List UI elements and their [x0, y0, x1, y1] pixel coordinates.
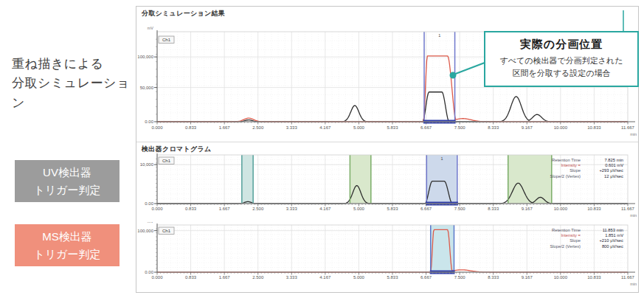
x-tick-label: 5.000 — [353, 275, 365, 280]
x-tick-label: 0.833 — [185, 275, 197, 280]
section-divider — [136, 142, 638, 142]
readout-label: Slope — [569, 168, 581, 173]
readout-value: +293 μV/sec — [599, 168, 623, 173]
uv-detector-label-line1: UV検出器 — [15, 164, 120, 181]
x-tick-label: 6.667 — [420, 125, 432, 130]
x-tick-label: 5.000 — [353, 125, 365, 130]
x-tick-label: 8.333 — [488, 125, 499, 130]
y-tick-label: 0.00 — [145, 270, 153, 274]
readout-label: Intensity = — [561, 163, 581, 167]
y-axis-unit: mV — [148, 222, 154, 224]
callout-title: 実際の分画位置 — [485, 38, 637, 52]
x-tick-label: 2.500 — [252, 207, 264, 211]
ms-detector-label-line1: MS検出器 — [15, 228, 120, 245]
legend-label: Ch1 — [162, 38, 171, 42]
x-tick-label: 11.667 — [621, 125, 635, 130]
x-tick-label: 1.667 — [219, 275, 231, 280]
x-tick-label: 10.000 — [554, 125, 568, 130]
figure-root: 重ね描きによる 分取シミュレーション UV検出器 トリガー判定 MS検出器 トリ… — [0, 0, 644, 298]
figure-caption-line1: 重ね描きによる — [12, 55, 137, 74]
fraction-region — [426, 155, 457, 204]
x-tick-label: 10.000 — [554, 275, 568, 280]
fraction-region — [350, 155, 370, 204]
x-tick-label: 7.500 — [454, 125, 466, 130]
callout-body-line2: 区間を分取する設定の場合 — [512, 69, 610, 77]
x-axis-unit: min — [630, 132, 637, 136]
x-tick-label: 8.333 — [488, 207, 499, 211]
y-tick-label: 100,000 — [137, 229, 153, 233]
callout-body: すべての検出器で分画判定された 区間を分取する設定の場合 — [485, 55, 637, 79]
legend-label: Ch1 — [162, 159, 171, 163]
y-axis-unit: mV — [148, 153, 154, 153]
figure-caption: 重ね描きによる 分取シミュレーション — [12, 55, 137, 113]
uv-detector-label-line2: トリガー判定 — [15, 181, 120, 198]
ms-detector-label-line2: トリガー判定 — [15, 246, 120, 263]
ms-detector-label: MS検出器 トリガー判定 — [15, 224, 120, 266]
readout-value: 12 μV/sec — [604, 174, 623, 179]
x-tick-label: 4.167 — [319, 125, 331, 130]
x-tick-label: 3.333 — [286, 207, 298, 211]
x-tick-label: 5.833 — [387, 207, 398, 211]
x-tick-label: 9.167 — [522, 125, 533, 130]
y-tick-label: 10,000 — [140, 162, 154, 167]
readout-value: 7.825 min — [605, 158, 623, 162]
fraction-region — [242, 155, 253, 204]
x-tick-label: 0.833 — [185, 125, 197, 130]
x-tick-label: 2.500 — [252, 275, 264, 280]
x-tick-label: 4.167 — [319, 207, 331, 211]
x-tick-label: 4.167 — [319, 275, 331, 280]
fraction-number-marker: 1 — [441, 156, 443, 161]
x-tick-label: 6.667 — [420, 275, 432, 280]
x-tick-label: 5.000 — [353, 207, 365, 211]
y-tick-label: 0.00 — [145, 119, 153, 124]
x-tick-label: 10.833 — [587, 125, 601, 130]
y-tick-label: 50,000 — [140, 86, 154, 90]
readout-value: 1.851 mV — [605, 233, 623, 238]
x-tick-label: 3.333 — [286, 125, 298, 130]
fraction-region — [508, 155, 552, 204]
x-tick-label: 10.833 — [587, 275, 601, 280]
x-tick-label: 9.167 — [522, 275, 533, 280]
x-tick-label: 1.667 — [219, 207, 231, 211]
x-tick-label: 11.667 — [621, 207, 635, 211]
figure-caption-line2: 分取シミュレーション — [12, 74, 137, 113]
x-tick-label: 8.333 — [488, 275, 499, 280]
readout-value: 11.853 min — [603, 228, 623, 232]
fraction-region — [431, 225, 454, 272]
x-tick-label: 0.833 — [185, 207, 197, 211]
readout-value: 0.601 mV — [605, 163, 623, 167]
y-tick-label: 100,000 — [137, 55, 153, 59]
y-tick-label: 0.00 — [145, 201, 153, 206]
x-tick-label: 11.667 — [621, 275, 635, 280]
callout-actual-fraction-position: 実際の分画位置 すべての検出器で分画判定された 区間を分取する設定の場合 — [484, 31, 639, 87]
uv-detector-label: UV検出器 トリガー判定 — [15, 160, 120, 202]
readout-label: Slope/2 (Vertex) — [550, 244, 581, 249]
readout-label: Retention Time — [552, 158, 581, 162]
x-tick-label: 10.833 — [587, 207, 601, 211]
x-tick-label: 5.833 — [387, 275, 398, 280]
readout-label: Intensity = — [561, 233, 581, 238]
x-tick-label: 1.667 — [219, 125, 231, 130]
x-tick-label: 6.667 — [420, 207, 432, 211]
x-tick-label: 2.500 — [252, 125, 264, 130]
readout-label: Retention Time — [552, 228, 581, 232]
readout-value: 800 μV/sec — [602, 244, 623, 249]
x-tick-label: 7.500 — [454, 207, 466, 211]
x-tick-label: 0.000 — [151, 207, 163, 211]
chart-ms-detector: 0.0000.8331.6672.5003.3334.1675.0005.833… — [136, 222, 640, 293]
x-axis-unit: min — [630, 213, 637, 218]
x-tick-label: 0.000 — [151, 275, 163, 280]
readout-label: Slope — [569, 238, 581, 243]
readout-value: +210 μV/sec — [599, 238, 623, 243]
callout-body-line1: すべての検出器で分画判定された — [499, 56, 623, 65]
x-tick-label: 5.833 — [387, 125, 398, 130]
x-tick-label: 3.333 — [286, 275, 298, 280]
chart-uv-detector: 10.0000.8331.6672.5003.3334.1675.0005.83… — [136, 153, 640, 224]
x-tick-label: 7.500 — [454, 275, 466, 280]
fraction-number-marker: 1 — [438, 33, 440, 38]
readout-label: Slope/2 (Vertex) — [550, 174, 581, 179]
x-tick-label: 9.167 — [522, 207, 533, 211]
x-axis-unit: min — [630, 282, 637, 286]
y-axis-unit: mV — [148, 26, 154, 30]
x-tick-label: 10.000 — [554, 207, 568, 211]
